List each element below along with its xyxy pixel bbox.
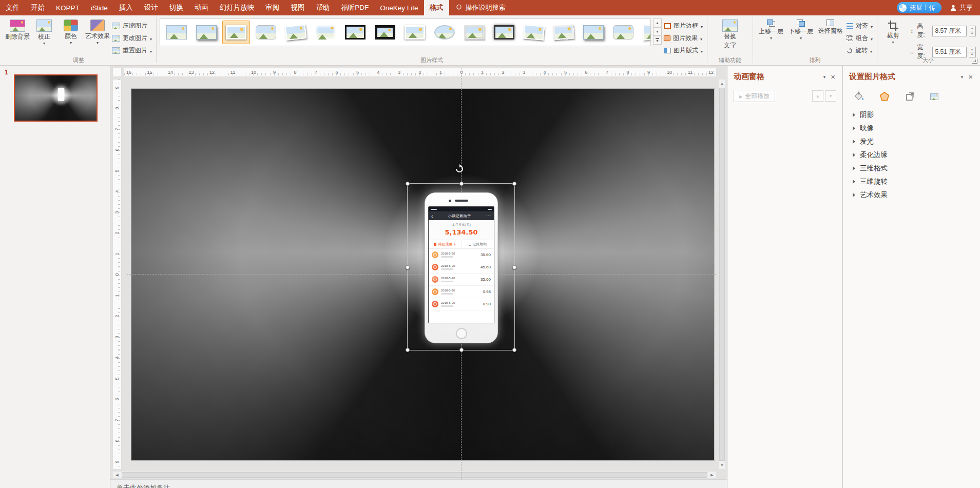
vertical-ruler[interactable]: 9876543210123456789 [112,79,122,470]
scroll-right-arrow[interactable] [708,472,716,478]
picture-style-thumbnail[interactable] [341,21,369,44]
selection-pane-button[interactable]: 选择窗格 [816,17,846,35]
menu-tab[interactable]: 切换 [164,0,189,15]
scroll-up-arrow[interactable] [719,80,725,87]
menu-tab[interactable]: 文件 [0,0,25,15]
picture-style-thumbnail[interactable] [282,21,310,44]
vertical-scrollbar[interactable] [718,79,726,470]
menu-tab[interactable]: 设计 [139,0,164,15]
menu-tab[interactable]: 插入 [113,0,139,15]
send-backward-button[interactable]: 下移一层 [786,17,816,40]
menu-tab[interactable]: 视图 [285,0,310,15]
gallery-scroll-up[interactable] [653,18,662,27]
tab-format-active[interactable]: 格式 [424,0,449,15]
horizontal-scroll-thumb[interactable] [122,472,707,478]
format-section[interactable]: 三维旋转 [843,175,980,188]
picture-style-thumbnail[interactable] [371,21,399,44]
corrections-button[interactable]: 校正 [31,17,57,45]
picture-style-thumbnail[interactable] [193,21,220,44]
format-section[interactable]: 阴影 [843,108,980,122]
picture-tab-icon[interactable] [930,93,938,100]
menu-tab[interactable]: 动画 [189,0,214,15]
upload-button[interactable]: 拓展上传 [897,2,941,13]
size-properties-tab-icon[interactable] [905,91,916,102]
alt-text-button[interactable]: 替换 文字 [717,17,743,49]
picture-style-thumbnail[interactable] [460,21,488,44]
picture-style-thumbnail[interactable] [580,21,607,44]
picture-style-thumbnail[interactable] [163,21,190,44]
resize-handle-top-left[interactable] [406,182,410,186]
menu-tab[interactable]: KOPPT [50,0,85,15]
vertical-scroll-thumb[interactable] [719,88,725,461]
scroll-down-arrow[interactable] [719,461,725,469]
slide-canvas[interactable] [131,89,714,460]
picture-style-thumbnail[interactable] [252,21,280,44]
horizontal-ruler[interactable]: 161514131211109876543210123456789101112 [124,68,717,77]
resize-handle-bottom-left[interactable] [406,348,410,352]
compress-picture-button[interactable]: 压缩图片 [112,21,152,31]
tell-me-search[interactable]: 操作说明搜索 [449,0,512,15]
picture-style-thumbnail[interactable] [401,21,429,44]
color-button[interactable]: 颜色 [57,17,84,44]
align-button[interactable]: 对齐 [847,21,873,31]
slide-thumbnail[interactable] [14,74,98,122]
rotation-handle[interactable] [455,164,464,175]
picture-style-thumbnail[interactable] [312,21,339,44]
effects-tab-icon[interactable] [879,91,890,102]
resize-handle-top-middle[interactable] [459,182,464,186]
menu-tab[interactable]: 审阅 [260,0,285,15]
format-section[interactable]: 发光 [843,135,980,148]
fill-line-tab-icon[interactable] [853,91,864,102]
pane-options-arrow-icon[interactable] [961,74,964,80]
move-later-button[interactable]: ▼ [825,90,836,102]
notes-area[interactable]: 单击此处添加备注 [110,479,727,488]
animation-pane-close-icon[interactable] [830,72,836,81]
menu-tab[interactable]: 帮助 [310,0,335,15]
menu-tab[interactable]: 幻灯片放映 [214,0,260,15]
resize-handle-top-right[interactable] [512,182,516,186]
play-all-button[interactable]: 全部播放 [734,90,775,102]
share-button[interactable]: 共享 [950,3,973,12]
picture-style-thumbnail[interactable] [609,21,637,44]
resize-handle-middle-left[interactable] [406,265,410,269]
gallery-scroll-down[interactable] [653,27,662,36]
crop-button[interactable]: 裁剪 [880,17,906,44]
reset-picture-button[interactable]: 重置图片 [112,46,152,55]
resize-handle-bottom-right[interactable] [512,348,516,352]
menu-tab[interactable]: 开始 [25,0,50,15]
picture-border-button[interactable]: 图片边框 [664,21,703,31]
gallery-more-button[interactable] [653,36,662,45]
rotate-button[interactable]: 旋转 [847,46,873,55]
horizontal-scrollbar[interactable] [112,471,717,479]
picture-layout-button[interactable]: 图片版式 [664,46,703,55]
format-pane-close-icon[interactable] [967,72,974,81]
remove-background-button[interactable]: 删除背景 [4,17,31,41]
phone-mockup-image[interactable]: 小额记账助手 ··· 本月支出(元) 5,134.50 待还信用卡 记账明细 2… [425,192,498,343]
width-spinner[interactable] [969,47,976,57]
width-input[interactable]: 5.51 厘米 [932,47,967,57]
picture-style-thumbnail[interactable] [520,21,548,44]
format-section[interactable]: 柔化边缘 [843,148,980,162]
change-picture-button[interactable]: 更改图片 [112,33,152,43]
picture-style-thumbnail[interactable] [550,21,578,44]
menu-tab[interactable]: 福昕PDF [335,0,374,15]
format-section[interactable]: 映像 [843,122,980,135]
height-spinner[interactable] [969,26,976,36]
resize-handle-middle-right[interactable] [512,265,516,269]
picture-style-thumbnail[interactable] [639,21,651,44]
picture-style-thumbnail[interactable] [222,21,250,44]
bring-forward-button[interactable]: 上移一层 [756,17,786,40]
format-section[interactable]: 艺术效果 [843,188,980,202]
picture-effects-button[interactable]: 图片效果 [664,33,703,43]
move-earlier-button[interactable]: ▲ [812,90,823,102]
horizontal-guide[interactable] [127,274,716,275]
scroll-left-arrow[interactable] [113,472,121,478]
group-button[interactable]: 组合 [847,33,873,43]
format-section[interactable]: 三维格式 [843,162,980,175]
resize-handle-bottom-middle[interactable] [459,348,464,352]
menu-tab[interactable]: iSlide [85,0,113,15]
picture-style-thumbnail[interactable] [431,21,458,44]
pane-options-arrow-icon[interactable] [823,74,826,80]
height-input[interactable]: 8.57 厘米 [932,26,967,36]
picture-style-thumbnail[interactable] [490,21,518,44]
